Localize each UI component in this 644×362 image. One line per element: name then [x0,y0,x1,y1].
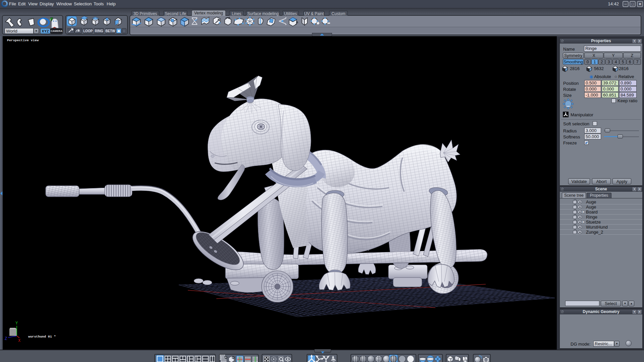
svg-text:Y: Y [15,321,18,326]
svg-text:X: X [18,339,20,343]
svg-text:Z: Z [5,337,7,341]
